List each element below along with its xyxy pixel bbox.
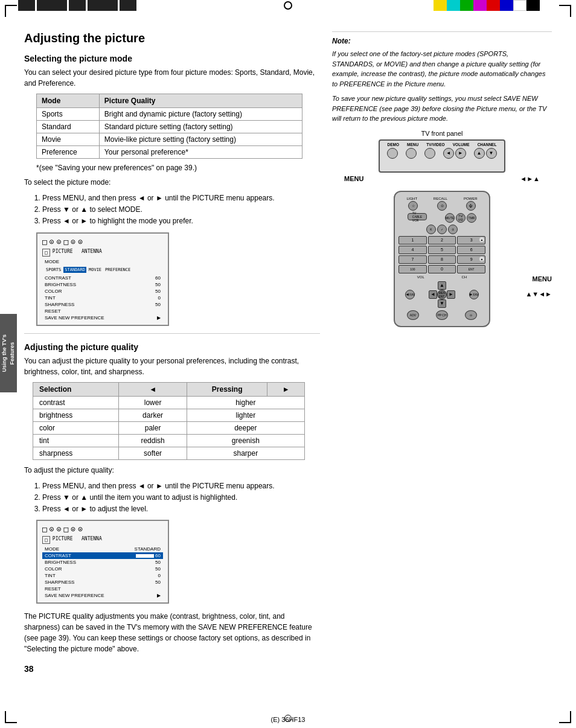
remote-btn-2: ② [448, 225, 458, 234]
section-divider [24, 333, 320, 334]
remote-mute-row: MUTE TV/VID TMR [445, 213, 476, 223]
remote-up-arrow: ▲ [438, 281, 446, 290]
screen1-brightness: BRIGHTNESS50 [42, 281, 163, 288]
remote-bottom-row1: ADV PP CH ⊙ [398, 310, 485, 320]
section1-steps-list: Press MENU, and then press ◄ or ► until … [42, 193, 320, 228]
right-val-cell: sharper [187, 447, 304, 459]
step-item: Press ▼ or ▲ to select MODE. [42, 204, 320, 216]
pressing-table-col1-header: Selection [33, 382, 119, 396]
mode-table: Mode Picture Quality SportsBright and dy… [36, 94, 302, 159]
remote-btn-6: 6 [457, 246, 485, 254]
panel-bottom-labels: MENU ◄►▲ [332, 175, 552, 182]
section1-steps-intro: To select the picture mode: [24, 177, 320, 188]
tv-panel-label: TV front panel [332, 130, 552, 137]
section2-title: Adjusting the picture quality [24, 342, 320, 352]
remote-btn-tv-cable: TVCABLEVCR [408, 213, 427, 220]
screen-mockup-1: □⊙⊙□⊙⊙ □ PICTURE ANTENNA MODE SPORTS STA… [36, 232, 169, 326]
remote-top-buttons: ☆ ⊙ ⏻ [398, 201, 485, 211]
remote-btn-3: 3 ▲ [457, 236, 485, 244]
section2-closing: The PICTURE quality adjustments you make… [24, 611, 320, 654]
right-val-cell: lighter [187, 409, 304, 421]
remote-btn-power: ⏻ [466, 201, 476, 211]
panel-btn-demo [387, 148, 398, 159]
pressing-table: Selection ◄ Pressing ► contrastlowerhigh… [33, 382, 305, 460]
left-column: Adjusting the picture Selecting the pict… [24, 13, 320, 715]
color-block-white [513, 0, 526, 11]
step-item: Press MENU, and then press ◄ or ► until … [42, 481, 320, 492]
black-block [88, 0, 118, 11]
mode-table-col1-header: Mode [37, 94, 100, 108]
remote-area: LIGHTRECALLPOWER ☆ ⊙ ⏻ TVCABLEVCR MUTE T… [332, 191, 552, 327]
top-black-blocks [18, 0, 136, 11]
pressing-table-col2-right: ► [267, 382, 304, 396]
remote-arrow-area: ◄FAV ▲ ▼ ◄ ► MENENT ►FAV [398, 281, 485, 308]
main-content: Adjusting the picture Selecting the pict… [24, 13, 552, 715]
remote-btn-7: 7 [398, 255, 427, 264]
pressing-table-col2-mid: Pressing [187, 382, 267, 396]
pressing-table-row: sharpnesssoftersharper [33, 447, 305, 459]
remote-btn-4: 4 [398, 246, 427, 254]
screen1-tint: TINT0 [42, 295, 163, 301]
panel-ch-up: ▲ [474, 148, 485, 159]
selection-cell: color [33, 421, 119, 434]
panel-menu-label: MENU [344, 175, 363, 182]
mode-cell: Movie [37, 133, 100, 146]
pressing-table-col2-left: ◄ [119, 382, 187, 396]
remote-drawing: LIGHTRECALLPOWER ☆ ⊙ ⏻ TVCABLEVCR MUTE T… [394, 191, 490, 327]
remote-btn-misc: ⊙ [465, 310, 477, 320]
left-val-cell: softer [119, 447, 187, 459]
section1-footnote: *(see "Saving your new preferences" on p… [36, 164, 320, 172]
mode-table-row: StandardStandard picture setting (factor… [37, 121, 302, 133]
panel-volume-arrows: ◄ ► [443, 148, 466, 159]
black-block [69, 0, 86, 11]
note-paragraph-2: To save your new picture quality setting… [332, 94, 552, 124]
screen1-save-pref: SAVE NEW PREFERENCE▶ [42, 315, 163, 321]
black-block [120, 0, 136, 11]
panel-ch-down: ▼ [486, 148, 497, 159]
left-val-cell: reddish [119, 434, 187, 447]
remote-btn-0: 0 [428, 265, 456, 273]
screen1-sharpness: SHARPNESS50 [42, 301, 163, 308]
color-block-magenta [473, 0, 487, 11]
remote-arrows-label: ▲▼◄► [525, 290, 552, 298]
tv-panel-drawing: DEMO MENU TV/VIDEO VOLUME CHANNEL ◄ ► ▲ [379, 139, 505, 173]
remote-btn-1: 1 [398, 236, 427, 244]
screen2-sharpness: SHARPNESS50 [42, 579, 163, 586]
remote-btn-ok: ✓ [437, 225, 447, 234]
remote-btn-tvvideo: TV/VID [456, 213, 466, 223]
remote-right-arrow: ► [447, 290, 455, 299]
screen1-mode-row: MODE [42, 258, 163, 265]
right-val-cell: higher [187, 396, 304, 409]
remote-btn-fav-left: ◄FAV [405, 290, 415, 299]
section2-intro: You can adjust the picture quality to yo… [24, 356, 320, 377]
remote-vol-ch-labels: VOLCH [398, 275, 485, 279]
corner-mark-br [559, 711, 571, 723]
screen2-tint: TINT0 [42, 572, 163, 579]
top-center-circle [284, 1, 292, 10]
color-block-blue [500, 0, 513, 11]
step-item: Press ◄ or ► to highlight the mode you p… [42, 216, 320, 227]
right-val-cell: greenish [187, 434, 304, 447]
remote-btn-k: K [426, 225, 436, 234]
screen1-reset: RESET [42, 308, 163, 315]
panel-top-labels: DEMO MENU TV/VIDEO VOLUME CHANNEL [383, 142, 501, 147]
screen2-mode-row: MODESTANDARD [42, 546, 163, 552]
screen1-icons: □⊙⊙□⊙⊙ [42, 237, 163, 246]
page-title: Adjusting the picture [24, 31, 320, 45]
selection-cell: brightness [33, 409, 119, 421]
remote-btn-pip: PP CH [436, 310, 448, 320]
quality-cell: Your personal preference* [99, 146, 302, 159]
mode-table-row: SportsBright and dynamic picture (factor… [37, 108, 302, 121]
panel-btn-tvvideo [424, 148, 435, 159]
mode-cell: Preference [37, 146, 100, 159]
screen2-icons: □⊙⊙□⊙⊙ [42, 525, 163, 534]
section1-intro: You can select your desired picture type… [24, 67, 320, 89]
panel-vol-right: ► [455, 148, 466, 159]
quality-cell: Bright and dynamic picture (factory sett… [99, 108, 302, 121]
color-block-red [487, 0, 500, 11]
remote-btn-9: 9 ▲ [457, 255, 485, 264]
screen1-contrast: CONTRAST60 [42, 275, 163, 281]
color-block-green [460, 0, 473, 11]
top-decoration-bar [18, 0, 558, 11]
quality-cell: Standard picture setting (factory settin… [99, 121, 302, 133]
